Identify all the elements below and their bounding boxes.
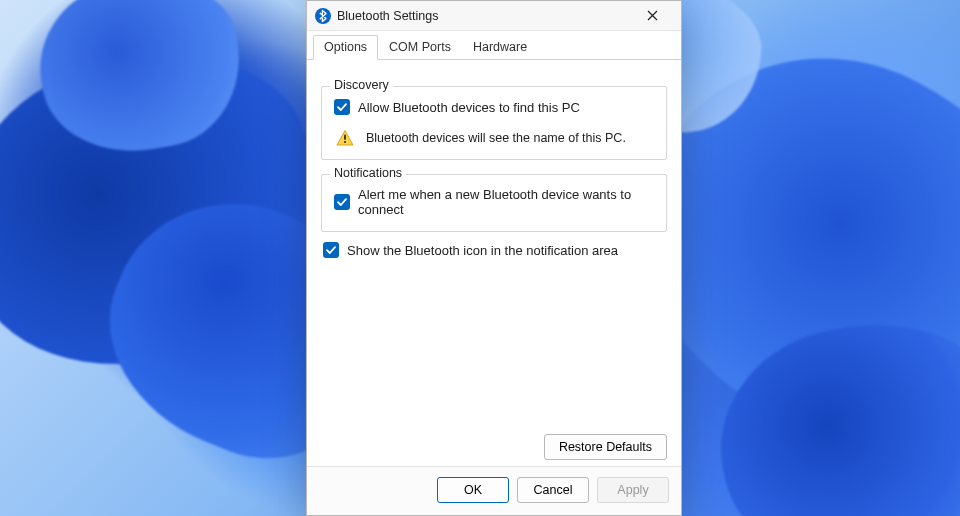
group-discovery: Discovery Allow Bluetooth devices to fin… <box>321 86 667 160</box>
window-title: Bluetooth Settings <box>337 9 630 23</box>
checkbox-allow-discovery-label: Allow Bluetooth devices to find this PC <box>358 100 580 115</box>
discovery-warning-text: Bluetooth devices will see the name of t… <box>366 131 626 145</box>
group-notifications: Notifications Alert me when a new Blueto… <box>321 174 667 232</box>
checkbox-alert-connect[interactable] <box>334 194 350 210</box>
checkbox-row-alert-connect[interactable]: Alert me when a new Bluetooth device wan… <box>334 187 654 217</box>
bluetooth-settings-dialog: Bluetooth Settings Options COM Ports Har… <box>306 0 682 516</box>
checkbox-show-tray-icon[interactable] <box>323 242 339 258</box>
checkmark-icon <box>325 244 337 256</box>
checkbox-row-show-tray-icon[interactable]: Show the Bluetooth icon in the notificat… <box>323 242 667 258</box>
ok-button[interactable]: OK <box>437 477 509 503</box>
desktop-background: Bluetooth Settings Options COM Ports Har… <box>0 0 960 516</box>
apply-button[interactable]: Apply <box>597 477 669 503</box>
warning-icon <box>336 129 354 147</box>
tab-options[interactable]: Options <box>313 35 378 60</box>
discovery-warning: Bluetooth devices will see the name of t… <box>334 129 654 147</box>
restore-defaults-row: Restore Defaults <box>307 428 681 466</box>
close-button[interactable] <box>630 1 675 31</box>
checkmark-icon <box>336 196 348 208</box>
checkmark-icon <box>336 101 348 113</box>
svg-rect-1 <box>344 135 346 140</box>
bluetooth-icon <box>315 8 331 24</box>
checkbox-allow-discovery[interactable] <box>334 99 350 115</box>
restore-defaults-button[interactable]: Restore Defaults <box>544 434 667 460</box>
group-notifications-legend: Notifications <box>330 166 406 180</box>
tabbar: Options COM Ports Hardware <box>307 31 681 60</box>
checkbox-alert-connect-label: Alert me when a new Bluetooth device wan… <box>358 187 654 217</box>
dialog-footer: OK Cancel Apply <box>307 466 681 515</box>
svg-point-2 <box>344 141 346 143</box>
tab-content-options: Discovery Allow Bluetooth devices to fin… <box>307 60 681 428</box>
titlebar: Bluetooth Settings <box>307 1 681 31</box>
tab-hardware[interactable]: Hardware <box>462 35 538 59</box>
close-icon <box>647 10 658 21</box>
cancel-button[interactable]: Cancel <box>517 477 589 503</box>
checkbox-show-tray-icon-label: Show the Bluetooth icon in the notificat… <box>347 243 618 258</box>
tab-com-ports[interactable]: COM Ports <box>378 35 462 59</box>
checkbox-row-allow-discovery[interactable]: Allow Bluetooth devices to find this PC <box>334 99 654 115</box>
group-discovery-legend: Discovery <box>330 78 393 92</box>
